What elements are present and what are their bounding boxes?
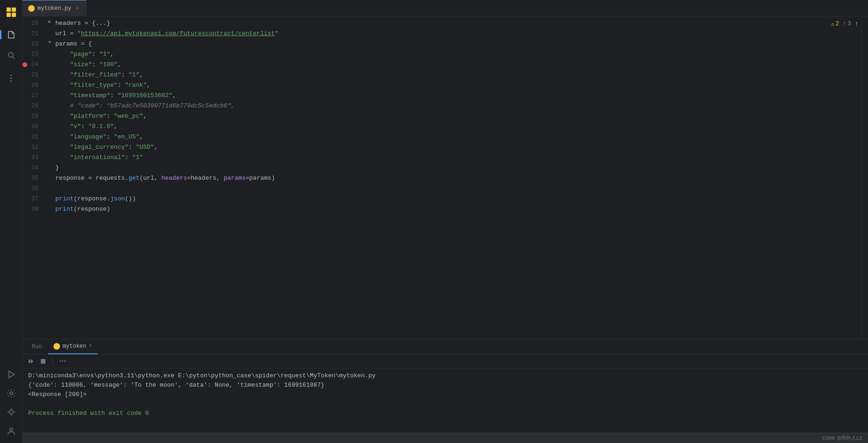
line-num-20: 20 [23,18,42,29]
fold-20[interactable]: ▶ [46,16,53,27]
tab-bar: mytoken.py × [23,0,868,16]
terminal-line-1: D:\miniconda3\envs\python3.11\python.exe… [28,371,862,381]
terminal-result: {'code': 110006, 'message': 'To the moon… [28,381,325,390]
code-line-26: "filter_type": "rank", [53,80,861,91]
tab-close-button[interactable]: × [74,5,81,12]
run-tab-close[interactable]: × [89,344,92,349]
line-num-36: 36 [23,183,42,194]
svg-rect-18 [41,359,45,364]
terminal-line-5: Process finished with exit code 0 [28,409,862,418]
tab-filename: mytoken.py [38,5,71,12]
code-line-23: "page": "1", [53,49,861,60]
code-lines[interactable]: headers = {...} url = "https://api.mytok… [53,16,861,339]
fold-37 [46,192,53,202]
fold-38 [46,202,53,213]
code-line-30: "v": "0.1.0", [53,122,861,132]
terminal-cmd: D:\miniconda3\envs\python3.11\python.exe… [28,371,376,381]
search-icon[interactable] [3,47,20,64]
fold-23 [46,47,53,58]
svg-line-5 [13,57,15,59]
run-label: Run [32,344,42,350]
svg-marker-17 [31,359,33,364]
line-num-35: 35 [23,173,42,183]
code-line-25: "filter_filed": "1", [53,70,861,80]
status-bar-text: CSDN @局外人LZ [822,435,862,442]
code-line-24: "size": "100", [53,60,861,70]
file-tab-mytoken[interactable]: mytoken.py × [23,0,87,16]
fold-21 [46,27,53,37]
fold-30 [46,120,53,130]
editor-area: ⚠ 2 ↑ 3 ↑ 20 21 22 23 24 25 26 [23,16,868,339]
more-icon[interactable] [3,69,20,86]
line-num-38: 38 [23,204,42,214]
run-icon[interactable] [3,366,20,383]
line-num-31: 31 [23,132,42,142]
svg-point-14 [30,7,33,10]
line-numbers: 20 21 22 23 24 25 26 27 28 29 30 31 32 3… [23,16,46,339]
fold-28 [46,99,53,109]
toolbar-separator [53,358,53,365]
mytoken-run-tab[interactable]: mytoken × [48,339,98,354]
fold-35 [46,171,53,182]
terminal-output: D:\miniconda3\envs\python3.11\python.exe… [23,368,868,433]
editor-scrollbar[interactable] [861,16,868,339]
run-tab[interactable]: Run [26,339,48,354]
svg-rect-3 [12,13,16,17]
fold-26 [46,78,53,89]
line-num-29: 29 [23,111,42,122]
svg-marker-6 [9,371,15,378]
stop-btn[interactable] [38,357,48,366]
code-line-22: params = { [53,39,861,49]
terminal-line-3: <Response [200]> [28,390,862,399]
fold-33 [46,151,53,161]
svg-point-7 [10,392,13,395]
code-line-33: "international": "1" [53,153,861,163]
code-line-21: url = "https://api.mytokenapi.com/future… [53,29,861,39]
line-num-23: 23 [23,49,42,60]
svg-point-8 [9,410,13,414]
code-line-38: print(response) [53,204,861,214]
svg-marker-16 [29,359,31,364]
fold-34 [46,161,53,171]
svg-point-13 [10,428,13,431]
terminal-response: <Response [200]> [28,390,87,399]
terminal-line-4 [28,399,862,409]
code-content[interactable]: 20 21 22 23 24 25 26 27 28 29 30 31 32 3… [23,16,861,339]
svg-point-15 [55,344,59,348]
line-num-34: 34 [23,163,42,173]
code-line-27: "timestamp": "1699160153682", [53,91,861,101]
bottom-panel: Run mytoken × [23,339,868,433]
line-num-25: 25 [23,70,42,80]
line-num-26: 26 [23,80,42,91]
error-count: 3 [847,21,851,27]
error-indicator: ↑ 3 [843,21,851,27]
debug-icon[interactable] [3,404,20,420]
code-line-34: } [53,163,861,173]
fold-29 [46,109,53,120]
fast-forward-btn[interactable] [26,357,36,366]
svg-point-4 [8,53,13,57]
profile-icon[interactable] [3,422,20,439]
main-content: mytoken.py × ⚠ 2 ↑ 3 ↑ 20 21 22 [23,0,868,443]
fold-32 [46,140,53,151]
line-num-24-breakpoint: 24 [23,60,42,70]
warning-icon: ⚠ [831,21,834,28]
fold-36 [46,182,53,192]
status-bar: CSDN @局外人LZ [23,433,868,443]
app-logo-icon [3,4,20,21]
gutter: ▶ ▼ [46,16,53,339]
more-options-btn[interactable] [58,357,67,366]
navigate-up-icon[interactable]: ↑ [855,20,859,28]
svg-rect-1 [12,8,16,12]
line-num-33: 33 [23,153,42,163]
warning-indicator: ⚠ 2 [831,21,839,28]
activity-bar-bottom [3,366,20,443]
code-line-28: # "code": "b57adc7e50390771d6b779dc5c5ed… [53,101,861,111]
settings-icon[interactable] [3,385,20,402]
code-line-32: "legal_currency": "USD", [53,142,861,153]
line-num-30: 30 [23,122,42,132]
terminal-toolbar [23,354,868,368]
line-num-28: 28 [23,101,42,111]
files-icon[interactable] [3,26,20,43]
fold-22[interactable]: ▼ [46,37,53,47]
